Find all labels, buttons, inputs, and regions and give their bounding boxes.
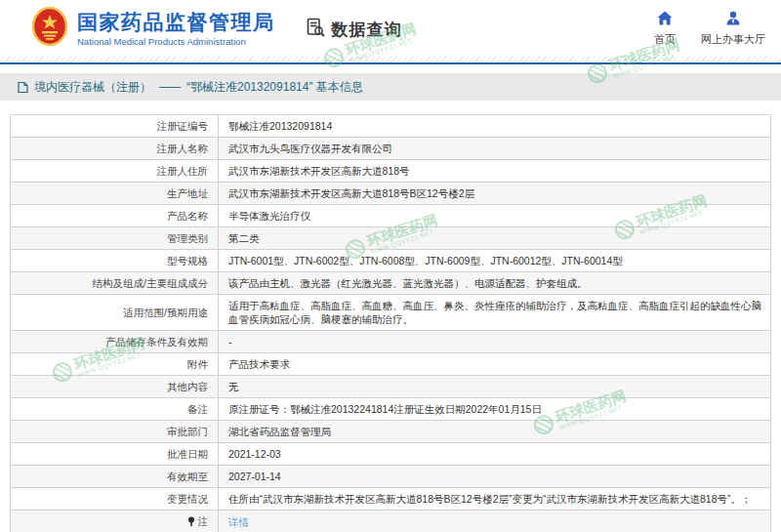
national-emblem-icon — [31, 7, 68, 50]
main-content: 注册证编号鄂械注准20132091814注册人名称武汉市九头鸟医疗仪器开发有限公… — [0, 114, 781, 532]
table-row: 结构及组成/主要组成成分该产品由主机、激光器（红光激光器、蓝光激光器）、电源适配… — [11, 272, 771, 295]
row-label: 附件 — [11, 353, 219, 376]
row-label: 管理类别 — [11, 227, 219, 250]
row-value: 武汉市东湖新技术开发区高新大道818号 — [219, 160, 771, 183]
table-row: 适用范围/预期用途适用于高粘血症、高脂血症、高血糖、高血压、鼻炎、炎性痤疮的辅助… — [11, 295, 771, 331]
row-label: 有效期至 — [11, 466, 219, 488]
agency-name-cn: 国家药品监督管理局 — [77, 11, 275, 34]
row-value: 鄂械注准20132091814 — [219, 115, 771, 138]
row-label: 注册证编号 — [11, 115, 219, 138]
table-row: 变更情况住所由“武汉市东湖新技术开发区高新大道818号B区12号楼2层”变更为“… — [11, 488, 771, 511]
nav-service-hall[interactable]: 网上办事大厅 — [701, 11, 765, 47]
row-label: 变更情况 — [11, 488, 219, 511]
table-row: 生产地址武汉市东湖新技术开发区高新大道818号B区12号楼2层 — [11, 183, 771, 205]
row-value: 武汉市九头鸟医疗仪器开发有限公司 — [219, 138, 771, 160]
table-row: 注册人名称武汉市九头鸟医疗仪器开发有限公司 — [11, 138, 771, 160]
detail-link[interactable]: 详情 — [228, 516, 249, 528]
info-table-body: 注册证编号鄂械注准20132091814注册人名称武汉市九头鸟医疗仪器开发有限公… — [11, 115, 771, 511]
row-value: 住所由“武汉市东湖新技术开发区高新大道818号B区12号楼2层”变更为“武汉市东… — [219, 488, 771, 511]
row-value: 湖北省药品监督管理局 — [219, 421, 771, 443]
note-value-cell: 详情 — [219, 511, 771, 532]
row-value: 原注册证号：鄂械注准20132241814注册证生效日期2022年01月15日 — [219, 398, 771, 421]
row-label: 结构及组成/主要组成成分 — [11, 272, 219, 295]
table-row: 备注原注册证号：鄂械注准20132241814注册证生效日期2022年01月15… — [11, 398, 771, 421]
row-value: 无 — [219, 376, 771, 398]
note-row: 注 详情 — [11, 511, 771, 532]
row-label: 产品名称 — [11, 205, 219, 227]
row-value: 2021-12-03 — [219, 443, 771, 466]
person-icon — [725, 11, 741, 29]
note-label-cell: 注 — [11, 511, 219, 532]
agency-brand[interactable]: 国家药品监督管理局 National Medical Products Admi… — [31, 7, 275, 50]
row-label: 型号规格 — [11, 250, 219, 272]
agency-name-en: National Medical Products Administration — [77, 36, 275, 47]
nav-home[interactable]: 首页 — [654, 11, 676, 47]
note-label: 注 — [198, 515, 209, 527]
row-value: 2027-01-14 — [219, 466, 771, 488]
site-header: 国家药品监督管理局 National Medical Products Admi… — [0, 0, 781, 57]
note-pin-icon — [187, 516, 195, 530]
table-row: 批准日期2021-12-03 — [11, 443, 771, 466]
row-label: 产品储存条件及有效期 — [11, 331, 219, 353]
row-label: 注册人名称 — [11, 138, 219, 160]
row-value: JTN-6001型、JTN-6002型、JTN-6008型、JTN-6009型、… — [219, 250, 771, 272]
table-row: 产品储存条件及有效期- — [11, 331, 771, 353]
row-value: 适用于高粘血症、高脂血症、高血糖、高血压、鼻炎、炎性痤疮的辅助治疗，及高粘血症、… — [219, 295, 771, 331]
breadcrumb-separator: —— — [159, 80, 179, 94]
data-query-title: 数据查询 — [305, 17, 402, 42]
row-value: 半导体激光治疗仪 — [219, 205, 771, 227]
page: 环球医药网WWW.QQYYZJ.NET 环球医药网WWW.QQYYZJ.NET … — [0, 0, 781, 532]
row-value: - — [219, 331, 771, 353]
row-label: 生产地址 — [11, 183, 219, 205]
info-table: 注册证编号鄂械注准20132091814注册人名称武汉市九头鸟医疗仪器开发有限公… — [10, 114, 771, 532]
table-row: 附件产品技术要求 — [11, 353, 771, 376]
document-search-icon — [305, 17, 326, 42]
row-value: 第二类 — [219, 227, 771, 250]
header-nav: 首页 网上办事大厅 — [654, 11, 765, 47]
row-label: 适用范围/预期用途 — [11, 295, 219, 331]
table-row: 审批部门湖北省药品监督管理局 — [11, 421, 771, 443]
agency-name: 国家药品监督管理局 National Medical Products Admi… — [77, 11, 275, 47]
table-row: 产品名称半导体激光治疗仪 — [11, 205, 771, 227]
breadcrumb-section: 境内医疗器械（注册） — [34, 79, 151, 96]
breadcrumb-current: “鄂械注准20132091814” 基本信息 — [186, 79, 363, 96]
home-icon — [657, 11, 673, 29]
row-label: 审批部门 — [11, 421, 219, 443]
row-label: 批准日期 — [11, 443, 219, 466]
row-value: 武汉市东湖新技术开发区高新大道818号B区12号楼2层 — [219, 183, 771, 205]
table-row: 管理类别第二类 — [11, 227, 771, 250]
row-value: 该产品由主机、激光器（红光激光器、蓝光激光器）、电源适配器、护套组成。 — [219, 272, 771, 295]
row-label: 注册人住所 — [11, 160, 219, 183]
breadcrumb: 境内医疗器械（注册） —— “鄂械注准20132091814” 基本信息 — [0, 73, 781, 101]
table-row: 有效期至2027-01-14 — [11, 466, 771, 488]
header-accent-line — [0, 62, 781, 64]
row-value: 产品技术要求 — [219, 353, 771, 376]
table-row: 注册证编号鄂械注准20132091814 — [11, 115, 771, 138]
table-row: 其他内容无 — [11, 376, 771, 398]
row-label: 备注 — [11, 398, 219, 421]
row-label: 其他内容 — [11, 376, 219, 398]
registration-doc-icon — [18, 81, 28, 94]
table-row: 型号规格JTN-6001型、JTN-6002型、JTN-6008型、JTN-60… — [11, 250, 771, 272]
table-row: 注册人住所武汉市东湖新技术开发区高新大道818号 — [11, 160, 771, 183]
